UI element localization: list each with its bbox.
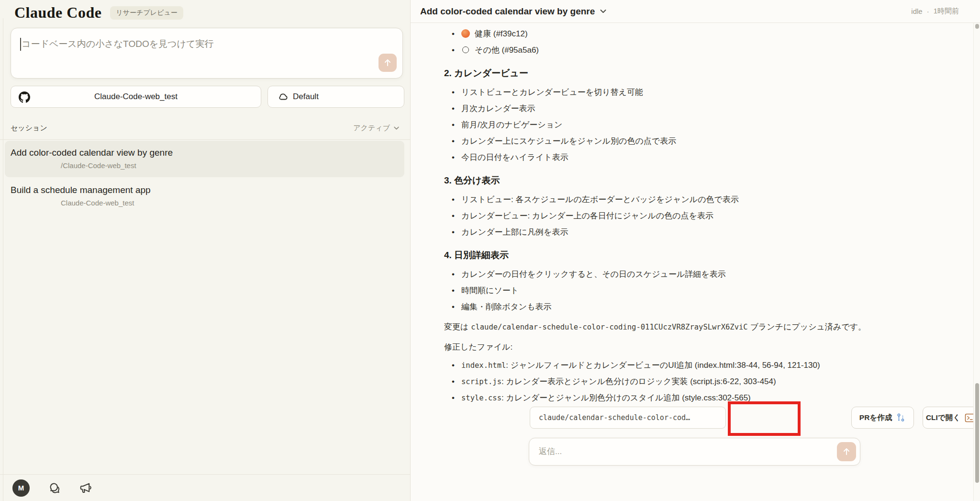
arrow-up-icon <box>383 58 392 67</box>
push-prefix: 変更は <box>444 322 471 331</box>
genre-legend-list: 健康 (#f39c12) その他 (#95a5a6) <box>444 26 959 58</box>
research-preview-badge: リサーチプレビュー <box>110 6 183 20</box>
section-heading: 2. カレンダービュー <box>444 67 959 80</box>
list-item: 編集・削除ボタンも表示 <box>444 299 959 315</box>
brand-row: Claude Code リサーチプレビュー <box>14 4 183 22</box>
session-title-dropdown[interactable]: Add color-coded calendar view by genre <box>420 6 607 17</box>
sidebar-edge-divider <box>3 18 3 501</box>
conversation-title: Add color-coded calendar view by genre <box>420 6 595 17</box>
legend-text: その他 (#95a5a6) <box>475 46 539 55</box>
branch-name-pill[interactable]: claude/calendar-schedule-color-cod… <box>530 407 726 429</box>
push-status-line: 変更は claude/calendar-schedule-color-codin… <box>444 320 959 334</box>
create-pr-button[interactable]: PRを作成 <box>851 407 914 429</box>
list-item: 今日の日付をハイライト表示 <box>444 149 959 166</box>
file-description: : ジャンルフィールドとカレンダービューのUI追加 (index.html:38… <box>506 361 820 370</box>
orange-dot-icon <box>461 29 470 38</box>
file-name-code: index.html <box>461 361 506 370</box>
cloud-icon <box>278 91 288 102</box>
section-bullet-list: リストビュー: 各スケジュールの左ボーダーとバッジをジャンルの色で表示 カレンダ… <box>444 192 959 240</box>
announcements-megaphone-icon[interactable] <box>78 481 93 495</box>
list-item: その他 (#95a5a6) <box>444 42 959 58</box>
branch-name-code: claude/calendar-schedule-color-coding-01… <box>471 323 748 331</box>
user-avatar[interactable]: M <box>12 479 30 497</box>
create-pr-label: PRを作成 <box>859 413 892 423</box>
conversation-header: Add color-coded calendar view by genre i… <box>411 0 980 23</box>
reply-input[interactable] <box>529 438 860 465</box>
text-caret <box>20 38 21 51</box>
sessions-header: セッション アクティブ <box>11 124 400 133</box>
file-description: : カレンダーとジャンル別色分けのスタイル追加 (style.css:302-5… <box>501 393 751 402</box>
section-heading: 3. 色分け表示 <box>444 174 959 187</box>
scrollbar-thumb[interactable] <box>975 383 979 483</box>
list-item: カレンダービュー: カレンダー上の各日付にジャンルの色の点を表示 <box>444 208 959 224</box>
list-item: 健康 (#f39c12) <box>444 26 959 42</box>
chevron-down-icon <box>600 8 607 15</box>
session-repo-label: Claude-Code-web_test <box>11 199 399 207</box>
list-item: 月次カレンダー表示 <box>444 101 959 117</box>
status-separator: · <box>927 7 929 15</box>
reply-box <box>529 438 860 466</box>
list-item: 時間順にソート <box>444 283 959 299</box>
sessions-title: セッション <box>11 124 47 133</box>
list-item: リストビューとカレンダービューを切り替え可能 <box>444 84 959 101</box>
list-item: カレンダー上部に凡例を表示 <box>444 224 959 240</box>
sessions-filter-dropdown[interactable]: アクティブ <box>353 124 400 133</box>
sidebar: Claude Code リサーチプレビュー Claude-Code-web_te… <box>0 0 411 501</box>
legend-text: 健康 (#f39c12) <box>475 29 528 38</box>
repo-selector-label: Claude-Code-web_test <box>94 92 178 102</box>
assistant-message: 健康 (#f39c12) その他 (#95a5a6) 2. カレンダービュー リ… <box>444 23 959 501</box>
session-repo-label: /Claude-Code-web_test <box>11 161 399 170</box>
conversation-pane: Add color-coded calendar view by genre i… <box>411 0 980 501</box>
new-task-input[interactable] <box>11 28 402 78</box>
list-item: index.html: ジャンルフィールドとカレンダービューのUI追加 (ind… <box>444 357 959 374</box>
session-status: idle · 1時間前 <box>911 7 966 16</box>
modified-files-list: index.html: ジャンルフィールドとカレンダービューのUI追加 (ind… <box>444 357 959 406</box>
open-cli-button[interactable]: CLIで開く <box>923 407 979 429</box>
files-heading: 修正したファイル: <box>444 340 959 354</box>
claude-code-app: Claude Code リサーチプレビュー Claude-Code-web_te… <box>0 0 980 501</box>
section-heading: 4. 日別詳細表示 <box>444 249 959 262</box>
environment-selector-button[interactable]: Default <box>267 86 404 108</box>
file-name-code: script.js <box>461 377 501 386</box>
status-time: 1時間前 <box>934 7 959 16</box>
list-item: リストビュー: 各スケジュールの左ボーダーとバッジをジャンルの色で表示 <box>444 192 959 208</box>
app-logo: Claude Code <box>14 4 101 22</box>
open-cli-label: CLIで開く <box>926 413 960 423</box>
reply-send-button[interactable] <box>837 442 856 461</box>
environment-selector-label: Default <box>293 92 319 102</box>
list-item: script.js: カレンダー表示とジャンル色分けのロジック実装 (scrip… <box>444 374 959 390</box>
section-bullet-list: リストビューとカレンダービューを切り替え可能 月次カレンダー表示 前月/次月のナ… <box>444 84 959 166</box>
sidebar-footer: M <box>0 474 410 501</box>
list-item: style.css: カレンダーとジャンル別色分けのスタイル追加 (style.… <box>444 390 959 406</box>
session-title: Add color-coded calendar view by genre <box>11 148 399 158</box>
chevron-down-icon <box>393 125 400 131</box>
scrollbar-thumb-small[interactable] <box>975 24 979 29</box>
scrollbar[interactable] <box>973 23 980 501</box>
feedback-chat-icon[interactable] <box>47 481 61 495</box>
list-item: カレンダー上にスケジュールをジャンル別の色の点で表示 <box>444 133 959 149</box>
open-circle-icon <box>462 46 469 53</box>
picker-row: Claude-Code-web_test Default <box>11 86 404 108</box>
session-item[interactable]: Add color-coded calendar view by genre /… <box>5 141 404 177</box>
github-icon <box>19 91 30 103</box>
list-item: 前月/次月のナビゲーション <box>444 117 959 133</box>
submit-task-button[interactable] <box>379 54 397 72</box>
session-item[interactable]: Build a schedule management app Claude-C… <box>5 178 404 215</box>
list-item: カレンダーの日付をクリックすると、その日のスケジュール詳細を表示 <box>444 266 959 283</box>
section-bullet-list: カレンダーの日付をクリックすると、その日のスケジュール詳細を表示 時間順にソート… <box>444 266 959 315</box>
sessions-filter-label: アクティブ <box>353 124 390 133</box>
new-task-prompt-card <box>11 28 403 79</box>
push-suffix: ブランチにプッシュ済みです。 <box>748 322 867 331</box>
file-name-code: style.css <box>461 394 501 402</box>
arrow-up-icon <box>842 447 851 456</box>
file-description: : カレンダー表示とジャンル色分けのロジック実装 (script.js:6-22… <box>501 377 776 386</box>
git-pull-request-icon <box>896 413 906 422</box>
session-title: Build a schedule management app <box>11 185 399 195</box>
status-label: idle <box>911 7 922 15</box>
session-list: Add color-coded calendar view by genre /… <box>0 140 410 216</box>
repo-selector-button[interactable]: Claude-Code-web_test <box>11 86 261 108</box>
